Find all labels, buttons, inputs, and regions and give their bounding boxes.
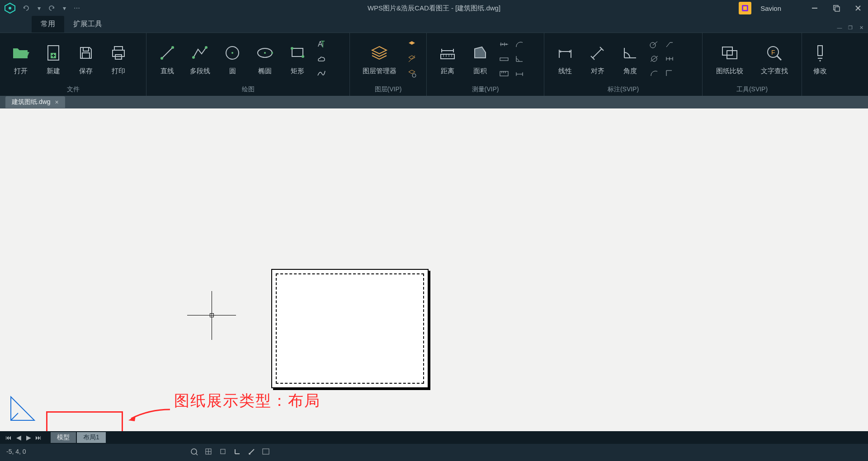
user-avatar-icon[interactable] — [739, 2, 751, 14]
linear-dim-button[interactable]: 线性 — [549, 36, 581, 81]
minimize-button[interactable] — [808, 3, 821, 13]
maximize-button[interactable] — [830, 3, 843, 13]
ortho-mode-icon[interactable] — [232, 447, 242, 456]
text-icon[interactable]: A — [316, 38, 327, 50]
svg-point-30 — [302, 55, 304, 58]
layer-manager-button[interactable]: 图层管理器 — [354, 36, 404, 81]
ruler2-icon[interactable] — [498, 53, 510, 65]
measure-extra-2 — [512, 37, 527, 81]
ord-icon[interactable] — [664, 67, 675, 79]
svg-rect-14 — [82, 53, 90, 58]
draw-extra-column: A — [314, 37, 329, 81]
pan-mode-icon[interactable] — [189, 447, 199, 456]
svg-rect-46 — [500, 58, 508, 61]
svg-point-26 — [264, 52, 266, 54]
align-dim-icon — [587, 42, 608, 63]
mdi-close-icon[interactable]: ✕ — [857, 24, 865, 31]
textfind-button[interactable]: F 文字查找 — [752, 36, 797, 81]
line-button[interactable]: 直线 — [151, 36, 184, 81]
print-button[interactable]: 打印 — [102, 36, 135, 81]
svg-point-29 — [291, 47, 293, 50]
save-button[interactable]: 保存 — [70, 36, 102, 81]
polyline-icon — [189, 42, 210, 63]
svg-rect-13 — [83, 47, 89, 51]
continue-icon[interactable] — [664, 53, 675, 65]
distance-button[interactable]: 距离 — [431, 36, 464, 81]
undo-icon[interactable] — [22, 4, 31, 13]
undo-dropdown-icon[interactable]: ▾ — [34, 4, 43, 13]
layout-next-icon[interactable]: ▶ — [24, 433, 33, 442]
svg-rect-79 — [818, 46, 822, 56]
angle-dim-icon — [620, 42, 641, 63]
redo-dropdown-icon[interactable]: ▾ — [60, 4, 69, 13]
dim2-icon[interactable] — [514, 67, 525, 79]
panel-file-label: 文件 — [0, 84, 146, 96]
layout-first-icon[interactable]: ⏮ — [5, 433, 13, 442]
file-tab-close-icon[interactable]: × — [55, 99, 59, 106]
document-new-icon — [43, 42, 64, 63]
panel-measure: 距离 面积 测量(VIP) — [427, 33, 544, 96]
panel-draw-label: 绘图 — [146, 84, 349, 96]
angle-dim-button[interactable]: 角度 — [614, 36, 646, 81]
snap-mode-icon[interactable] — [218, 447, 228, 456]
diameter-icon[interactable] — [648, 53, 660, 65]
svg-rect-16 — [113, 50, 124, 56]
svg-line-83 — [196, 453, 198, 455]
layout-last-icon[interactable]: ⏭ — [34, 433, 42, 442]
app-logo-icon — [4, 2, 16, 14]
mdi-minimize-icon[interactable]: — — [835, 24, 844, 31]
svg-point-27 — [271, 52, 273, 54]
circle-button[interactable]: 圆 — [216, 36, 249, 81]
svg-rect-47 — [500, 71, 508, 76]
area-button[interactable]: 面积 — [464, 36, 496, 81]
radius-icon[interactable] — [648, 38, 660, 50]
file-tab-active[interactable]: 建筑图纸.dwg × — [5, 96, 65, 108]
svg-line-57 — [593, 49, 602, 58]
polyline-button[interactable]: 多段线 — [184, 36, 216, 81]
tab-extend[interactable]: 扩展工具 — [64, 16, 111, 33]
redo-icon[interactable] — [47, 4, 56, 13]
status-extra[interactable] — [261, 447, 270, 456]
layout-prev-icon[interactable]: ◀ — [14, 433, 23, 442]
qat-more-icon[interactable]: ⋯ — [72, 4, 81, 13]
drawing-canvas[interactable]: 图纸展示类型：布局 — [0, 108, 868, 431]
rect-button[interactable]: 矩形 — [281, 36, 314, 81]
panel-dim: 线性 对齐 角度 标注(SVIP) — [544, 33, 703, 96]
leader-icon[interactable] — [664, 38, 675, 50]
ellipse-button[interactable]: 椭圆 — [249, 36, 281, 81]
svg-rect-3 — [743, 6, 747, 10]
tab-common[interactable]: 常用 — [32, 16, 64, 33]
new-button[interactable]: 新建 — [37, 36, 70, 81]
close-button[interactable] — [852, 3, 864, 13]
compare-icon — [719, 42, 740, 63]
arc-dim-icon[interactable] — [648, 67, 660, 79]
panel-tools-label: 工具(SVIP) — [703, 84, 802, 96]
svg-rect-15 — [114, 47, 123, 50]
modify-button[interactable]: 修改 — [807, 36, 834, 81]
arc-icon[interactable] — [514, 38, 525, 50]
polar-mode-icon[interactable] — [247, 447, 257, 456]
cloud-icon[interactable] — [316, 53, 327, 65]
panel-file: 打开 新建 保存 打印 文件 — [0, 33, 146, 96]
compare-button[interactable]: 图纸比较 — [707, 36, 752, 81]
open-button[interactable]: 打开 — [5, 36, 37, 81]
ruler-icon — [437, 42, 458, 63]
spline-icon[interactable] — [316, 67, 327, 79]
mdi-restore-icon[interactable]: ❐ — [846, 24, 854, 31]
svg-point-90 — [249, 453, 250, 455]
layer-off-icon[interactable] — [406, 53, 418, 65]
layer-gear-icon[interactable] — [406, 67, 418, 79]
measure-extra-1 — [496, 37, 512, 81]
svg-point-20 — [171, 46, 174, 49]
layout-tab-layout1[interactable]: 布局1 — [77, 432, 106, 443]
svg-rect-87 — [221, 449, 225, 454]
align-dim-button[interactable]: 对齐 — [581, 36, 614, 81]
scale-icon[interactable] — [498, 38, 510, 50]
layout-tab-model[interactable]: 模型 — [51, 432, 76, 443]
grid-mode-icon[interactable] — [203, 447, 213, 456]
angle-icon[interactable] — [514, 53, 525, 65]
layer-on-icon[interactable] — [406, 38, 418, 50]
ruler3-icon[interactable] — [498, 67, 510, 79]
status-bar: -5, 4, 0 — [0, 444, 868, 459]
svg-line-66 — [666, 42, 670, 47]
